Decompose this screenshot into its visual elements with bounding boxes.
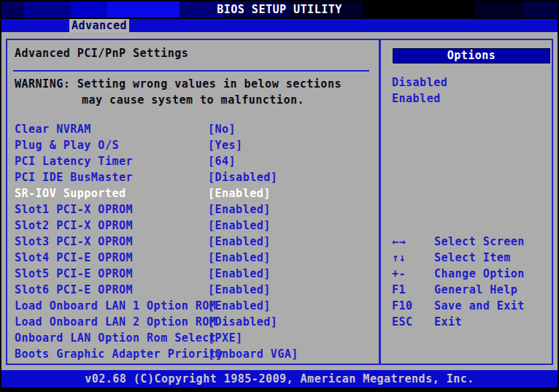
f1-key: F1	[392, 282, 406, 298]
legend-exit: ESC Exit	[1, 314, 177, 330]
setting-row-clear-nvram[interactable]: Clear NVRAM [No]	[1, 121, 378, 137]
setting-label: Plug & Play O/S	[15, 137, 119, 153]
setting-value[interactable]: [Enabled]	[208, 282, 271, 298]
setting-label: Slot1 PCI-X OPROM	[15, 201, 133, 218]
setting-label: Clear NVRAM	[15, 121, 91, 137]
setting-row-boots-graphic-adapter[interactable]: Boots Graphic Adapter Priority [Onboard …	[1, 346, 378, 362]
legend-save-and-exit: F10 Save and Exit	[1, 298, 177, 314]
setting-label: Slot2 PCI-X OPROM	[15, 218, 133, 234]
setting-label: Onboard LAN Option Rom Select	[15, 330, 216, 346]
legend-action: Change Option	[434, 266, 525, 282]
setting-row-plug-play-os[interactable]: Plug & Play O/S [Yes]	[1, 137, 378, 153]
legend-change-option: +- Change Option	[1, 266, 177, 282]
options-header: Options	[393, 48, 550, 64]
page-title: Advanced PCI/PnP Settings	[15, 47, 188, 60]
legend-action: Select Item	[434, 250, 511, 266]
bios-setup-screen: BIOS SETUP UTILITY Advanced Advanced PCI…	[0, 0, 559, 392]
setting-value[interactable]: [PXE]	[208, 330, 243, 346]
f10-key: F10	[392, 298, 413, 314]
legend-select-item: ↑↓ Select Item	[1, 250, 177, 266]
panel-divider	[379, 39, 381, 365]
setting-label: SR-IOV Supported	[15, 185, 126, 201]
setting-value[interactable]: [Yes]	[208, 137, 243, 153]
setting-value[interactable]: [Enabled]	[208, 234, 271, 250]
option-disabled[interactable]: Disabled	[392, 74, 447, 91]
option-enabled[interactable]: Enabled	[392, 91, 441, 107]
legend-action: Select Screen	[434, 234, 525, 250]
setting-row-pci-latency-timer[interactable]: PCI Latency Timer [64]	[1, 153, 378, 169]
warning-line-2: may cause system to malfunction.	[82, 93, 304, 107]
warning-line-1: WARNING: Setting wrong values in below s…	[15, 77, 342, 91]
setting-row-slot2-pcix-oprom[interactable]: Slot2 PCI-X OPROM [Enabled]	[1, 218, 378, 234]
setting-value[interactable]: [Disabled]	[208, 169, 277, 185]
window-title: BIOS SETUP UTILITY	[217, 3, 342, 16]
setting-row-lan-option-rom-select[interactable]: Onboard LAN Option Rom Select [PXE]	[1, 330, 378, 346]
legend-action: General Help	[434, 282, 517, 298]
esc-key: ESC	[392, 314, 413, 330]
setting-label: PCI Latency Timer	[15, 153, 133, 169]
legend-select-screen: ←→ Select Screen	[1, 234, 177, 250]
heading-separator	[13, 70, 369, 72]
setting-value[interactable]: [Enabled]	[208, 185, 271, 201]
setting-label: PCI IDE BusMaster	[15, 169, 133, 185]
setting-label: Boots Graphic Adapter Priority	[15, 346, 223, 362]
arrow-up-down-icon: ↑↓	[392, 250, 406, 266]
title-bar: BIOS SETUP UTILITY	[1, 1, 558, 18]
legend-action: Exit	[434, 314, 462, 330]
setting-row-sr-iov-supported-selected[interactable]: SR-IOV Supported [Enabled]	[1, 185, 378, 201]
plus-minus-key: +-	[392, 266, 406, 282]
copyright-text: v02.68 (C)Copyright 1985-2009, American …	[85, 372, 474, 385]
setting-value[interactable]: [Onboard VGA]	[208, 346, 298, 362]
main-area: Advanced PCI/PnP Settings WARNING: Setti…	[1, 32, 558, 370]
legend-action: Save and Exit	[434, 298, 525, 314]
setting-value[interactable]: [64]	[208, 153, 236, 169]
setting-value[interactable]: [Enabled]	[208, 218, 271, 234]
setting-value[interactable]: [Enabled]	[208, 250, 271, 266]
setting-value[interactable]: [Enabled]	[208, 266, 271, 282]
setting-row-pci-ide-busmaster[interactable]: PCI IDE BusMaster [Disabled]	[1, 169, 378, 185]
setting-value[interactable]: [Enabled]	[208, 201, 271, 218]
tab-advanced[interactable]: Advanced	[69, 19, 129, 32]
setting-row-slot1-pcix-oprom[interactable]: Slot1 PCI-X OPROM [Enabled]	[1, 201, 378, 218]
arrow-left-right-icon: ←→	[392, 234, 406, 250]
setting-value[interactable]: [Enabled]	[208, 298, 271, 314]
footer-bar: v02.68 (C)Copyright 1985-2009, American …	[1, 370, 558, 388]
menu-bar: Advanced	[1, 19, 558, 32]
setting-value[interactable]: [Disabled]	[208, 314, 277, 330]
legend-general-help: F1 General Help	[1, 282, 177, 298]
setting-value[interactable]: [No]	[208, 121, 236, 137]
